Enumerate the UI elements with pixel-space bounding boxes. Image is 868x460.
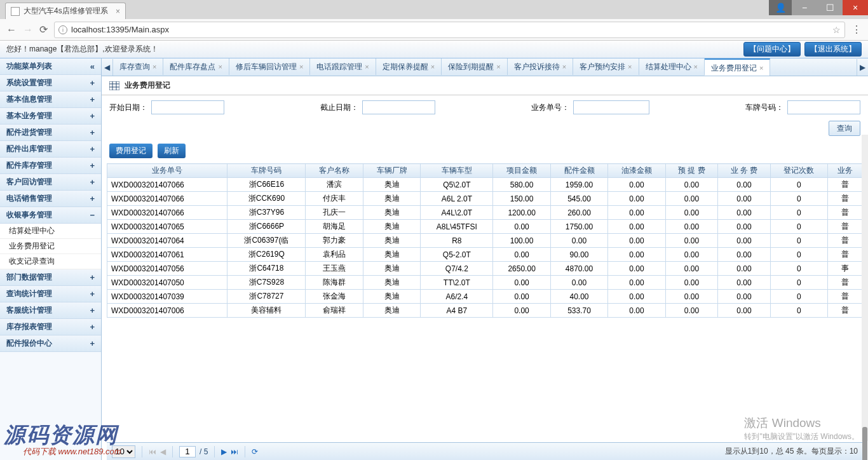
content-tab[interactable]: 客户投诉接待× (508, 58, 573, 75)
content-tab[interactable]: 修后车辆回访管理× (229, 58, 310, 75)
sidebar-group[interactable]: 配件报价中心+ (0, 335, 101, 352)
url-input[interactable]: i localhost:13395/Main.aspx ☆ (54, 22, 845, 38)
content-tab[interactable]: 定期保养提醒× (376, 58, 442, 75)
refresh-button[interactable]: 刷新 (158, 144, 186, 158)
prev-page-button[interactable]: ◀ (160, 447, 166, 456)
sidebar-subitem[interactable]: 业务费用登记 (0, 239, 101, 254)
plate-no-input[interactable] (787, 100, 860, 114)
column-header[interactable]: 项目金额 (493, 164, 550, 178)
column-header[interactable]: 车牌号码 (227, 164, 306, 178)
page-size-select[interactable]: 10 (112, 445, 135, 458)
tab-close-icon[interactable]: × (694, 63, 698, 71)
data-grid[interactable]: 业务单号车牌号码客户名称车辆厂牌车辆车型项目金额配件金额油漆金额预 提 费业 务… (102, 163, 868, 442)
fee-register-button[interactable]: 费用登记 (109, 144, 153, 158)
maximize-button[interactable]: ☐ (817, 0, 843, 15)
sidebar-group[interactable]: 客服统计管理+ (0, 302, 101, 319)
table-row[interactable]: WXD0003201407066浙C37Y96孔庆一奥迪A4L\2.0T1200… (107, 206, 863, 220)
forward-button[interactable]: → (23, 24, 33, 36)
column-header[interactable]: 车辆厂牌 (363, 164, 420, 178)
reload-grid-button[interactable]: ⟳ (252, 447, 258, 456)
scrollbar[interactable] (862, 135, 868, 441)
column-header[interactable]: 业务单号 (107, 164, 227, 178)
last-page-button[interactable]: ⏭ (231, 447, 238, 456)
column-header[interactable]: 客户名称 (306, 164, 363, 178)
order-no-input[interactable] (573, 100, 649, 114)
tab-scroll-right[interactable]: ▶ (857, 59, 868, 76)
minimize-button[interactable]: − (792, 0, 817, 15)
sidebar-group[interactable]: 查询统计管理+ (0, 286, 101, 302)
table-row[interactable]: WXD0003201407061浙C2619Q袁利品奥迪Q5-2.0T0.009… (107, 248, 863, 262)
table-row[interactable]: WXD0003201407064浙C06397(临郭力豪奥迪R8100.000.… (107, 234, 863, 248)
tab-close-icon[interactable]: × (365, 63, 369, 71)
problem-center-button[interactable]: 【问题中心】 (743, 42, 801, 57)
query-button[interactable]: 查询 (829, 121, 860, 136)
column-header[interactable]: 登记次数 (770, 164, 827, 178)
table-row[interactable]: WXD0003201407050浙C7S928陈海群奥迪TT\2.0T0.000… (107, 276, 863, 290)
column-header[interactable]: 业 务 费 (718, 164, 771, 178)
content-tab[interactable]: 保险到期提醒× (442, 58, 507, 75)
sidebar-group[interactable]: 配件进货管理+ (0, 125, 101, 141)
content-tab[interactable]: 配件库存盘点× (163, 58, 229, 75)
table-row[interactable]: WXD0003201407056浙C64718王玉燕奥迪Q7/4.22650.0… (107, 262, 863, 276)
sidebar-group[interactable]: 配件出库管理+ (0, 141, 101, 158)
column-header[interactable]: 配件金额 (550, 164, 607, 178)
tab-close-icon[interactable]: × (562, 63, 566, 71)
column-header[interactable]: 业务 (828, 164, 863, 178)
tab-close-icon[interactable]: × (628, 63, 632, 71)
content-tab[interactable]: 库存查询× (113, 58, 163, 75)
sidebar-group[interactable]: 客户回访管理+ (0, 174, 101, 191)
tab-close-icon[interactable]: × (299, 63, 303, 71)
tab-close-icon[interactable]: × (153, 63, 156, 71)
sidebar-group[interactable]: 基本业务管理+ (0, 108, 101, 125)
sidebar-subitem[interactable]: 结算处理中心 (0, 224, 101, 239)
filter-bar: 开始日期： 截止日期： 业务单号： 车牌号码： (102, 95, 868, 119)
sidebar-title[interactable]: 功能菜单列表 « (0, 58, 101, 75)
table-row[interactable]: WXD0003201407066浙C66E16潘滨奥迪Q5\2.0T580.00… (107, 178, 863, 192)
sidebar-subitem[interactable]: 收支记录查询 (0, 254, 101, 269)
reload-button[interactable]: ⟳ (39, 24, 48, 36)
next-page-button[interactable]: ▶ (221, 447, 227, 456)
sidebar-group[interactable]: 系统设置管理+ (0, 75, 101, 91)
tab-close-icon[interactable]: × (496, 63, 500, 71)
sidebar-group[interactable]: 电话销售管理+ (0, 191, 101, 207)
content-tab[interactable]: 电话跟踪管理× (310, 58, 376, 75)
tab-scroll-left[interactable]: ◀ (102, 59, 113, 76)
back-button[interactable]: ← (6, 24, 17, 36)
sidebar-group[interactable]: 库存报表管理+ (0, 319, 101, 335)
sidebar-group[interactable]: 部门数据管理+ (0, 269, 101, 286)
content-tab[interactable]: 客户预约安排× (573, 58, 639, 75)
page-input[interactable] (179, 446, 196, 457)
first-page-button[interactable]: ⏮ (149, 447, 156, 456)
content-tab[interactable]: 业务费用登记× (705, 58, 770, 76)
info-icon[interactable]: i (58, 25, 67, 34)
column-header[interactable]: 预 提 费 (665, 164, 718, 178)
column-header[interactable]: 车辆车型 (421, 164, 493, 178)
svg-rect-0 (109, 81, 119, 90)
content-tab[interactable]: 结算处理中心× (639, 58, 705, 75)
column-header[interactable]: 油漆金额 (608, 164, 665, 178)
table-row[interactable]: WXD0003201407039浙C78727张金海奥迪A6/2.40.0040… (107, 290, 863, 304)
plus-icon: + (90, 128, 95, 137)
tab-close-icon[interactable]: × (218, 63, 222, 71)
close-icon[interactable]: × (116, 7, 120, 16)
table-row[interactable]: WXD0003201407006美容辅料俞瑞祥奥迪A4 B70.00533.70… (107, 304, 863, 318)
table-row[interactable]: WXD0003201407066浙CCK690付庆丰奥迪A6L 2.0T150.… (107, 192, 863, 206)
sidebar-group[interactable]: 基本信息管理+ (0, 91, 101, 108)
sidebar-group[interactable]: 配件库存管理+ (0, 158, 101, 174)
tab-close-icon[interactable]: × (759, 64, 763, 72)
collapse-icon[interactable]: « (90, 62, 95, 71)
window-close-button[interactable]: × (843, 0, 868, 15)
sidebar-group[interactable]: 收银事务管理− (0, 207, 101, 224)
table-row[interactable]: WXD0003201407065浙C6666P胡海足奥迪A8L\45TFSI0.… (107, 220, 863, 234)
plus-icon: + (90, 161, 95, 170)
menu-icon[interactable]: ⋮ (851, 24, 862, 36)
browser-tab[interactable]: 大型汽车4s店维修管理系 × (5, 3, 126, 19)
tab-title: 大型汽车4s店维修管理系 (24, 6, 108, 17)
plus-icon: + (90, 273, 95, 282)
logout-button[interactable]: 【退出系统】 (804, 42, 862, 57)
tab-close-icon[interactable]: × (431, 63, 435, 71)
end-date-input[interactable] (362, 100, 435, 114)
user-icon[interactable]: 👤 (769, 0, 792, 15)
bookmark-icon[interactable]: ☆ (832, 25, 841, 35)
start-date-input[interactable] (151, 100, 224, 114)
